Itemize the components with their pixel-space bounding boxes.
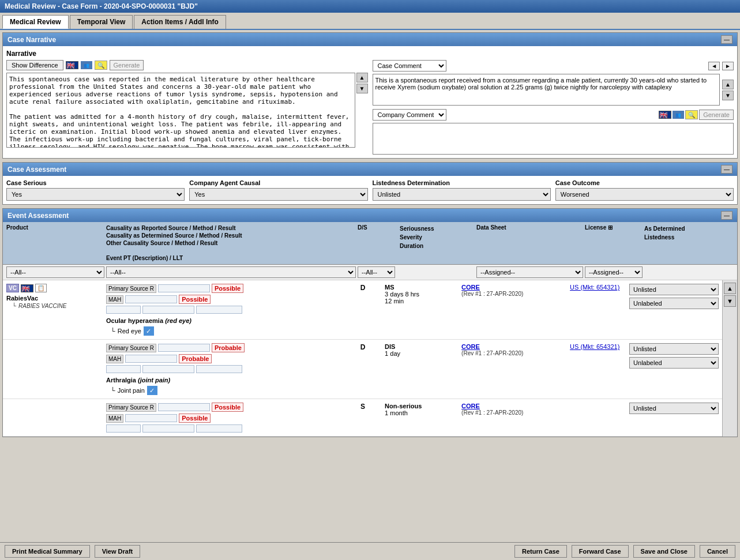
listedness-cell-3: Unlisted Listed <box>629 403 719 433</box>
minimize-assessment-button[interactable]: — <box>721 165 733 174</box>
event-row-1: VC 🇬🇧 📋 RabiesVac └RABIES VACCINE Primar… <box>3 280 722 340</box>
tab-medical-review[interactable]: Medical Review <box>2 15 69 29</box>
causality-input-2-3b[interactable] <box>142 365 194 373</box>
listedness-select-main[interactable]: Unlisted Listed <box>373 188 551 201</box>
title-text: Medical Review - Case Form - 2020-04-SPO… <box>5 2 198 10</box>
copy-icon-1[interactable]: 📋 <box>35 284 47 292</box>
listedness-select-2[interactable]: Unlisted Listed <box>629 343 719 355</box>
filter-datasheet-select[interactable]: --Assigned-- <box>476 266 583 278</box>
company-agent-col: Company Agent Causal Yes No <box>189 179 367 201</box>
listedness-cell-1: Unlisted Listed Unlabeled Labeled <box>629 284 719 336</box>
nav-prev-button[interactable]: ◄ <box>708 62 720 70</box>
listedness-select-1[interactable]: Unlisted Listed <box>629 284 719 295</box>
causality-value-1-1: Possible <box>212 284 243 293</box>
narrative-text-left[interactable] <box>6 73 355 148</box>
case-serious-label: Case Serious <box>6 179 185 186</box>
filter-ds-select[interactable]: --All-- <box>358 266 395 278</box>
causality-input-1-1[interactable] <box>158 284 210 292</box>
causality-input-3-2[interactable] <box>125 414 177 422</box>
minimize-narrative-button[interactable]: — <box>721 35 733 44</box>
scroll-down-left[interactable]: ▼ <box>356 84 368 93</box>
scroll-up-right-1[interactable]: ▲ <box>722 80 734 89</box>
col-datasheet: Data Sheet <box>476 224 583 262</box>
product-cell-3 <box>6 403 104 433</box>
tab-action-items[interactable]: Action Items / Addl Info <box>134 15 226 29</box>
causality-input-2-3c[interactable] <box>196 365 242 373</box>
generate-button-right[interactable]: Generate <box>699 110 734 120</box>
license-cell-3 <box>570 403 628 433</box>
listedness-cell-2: Unlisted Listed Unlabeled Labeled <box>629 343 719 395</box>
col-causality: Causality as Reported Source / Method / … <box>106 224 356 262</box>
search-icon-left[interactable]: 🔍 <box>95 61 107 70</box>
tab-bar: Medical Review Temporal View Action Item… <box>0 13 740 30</box>
case-outcome-select[interactable]: Worsened Recovered Not recovered <box>555 188 734 201</box>
scroll-up-left[interactable]: ▲ <box>356 73 368 82</box>
case-outcome-col: Case Outcome Worsened Recovered Not reco… <box>555 179 734 201</box>
nav-arrows: ◄ ► <box>708 62 734 70</box>
causality-input-1-3c[interactable] <box>196 306 242 314</box>
core-link-3[interactable]: CORE <box>461 403 480 409</box>
filter-causality-cell: --All-- <box>106 266 356 278</box>
minimize-event-button[interactable]: — <box>721 211 733 220</box>
filter-license-select[interactable]: --Assigned-- <box>585 266 643 278</box>
narrative-row: Show Difference 🇬🇧 👥 🔍 Generate ▲ ▼ <box>6 60 734 155</box>
company-agent-select[interactable]: Yes No <box>189 188 367 201</box>
col-listedness: As Determined Listedness <box>644 224 734 262</box>
listedness-select-3[interactable]: Unlisted Listed <box>629 403 719 414</box>
causality-input-3-1[interactable] <box>158 403 210 411</box>
title-bar: Medical Review - Case Form - 2020-04-SPO… <box>0 0 740 13</box>
case-narrative-body: Narrative Show Difference 🇬🇧 👥 🔍 Generat… <box>3 46 737 158</box>
event-scroll-up[interactable]: ▲ <box>724 283 736 294</box>
event-scroll-down[interactable]: ▼ <box>724 295 736 307</box>
causality-cell-3: Primary Source R Possible MAH Possible <box>106 403 341 433</box>
people-icon-right[interactable]: 👥 <box>673 111 684 119</box>
case-narrative-title: Case Narrative <box>7 36 56 44</box>
llt-row-1: └ Red eye ✓ <box>106 326 341 336</box>
core-rev-2: (Rev #1 : 27-APR-2020) <box>461 350 568 356</box>
filter-listedness-cell <box>644 266 734 278</box>
causality-input-1-3b[interactable] <box>142 306 194 314</box>
people-icon-left[interactable]: 👥 <box>81 61 92 69</box>
causality-input-2-3a[interactable] <box>106 365 141 373</box>
causality-input-3-3c[interactable] <box>196 424 242 433</box>
event-filter-row: --All-- --All-- --All-- --Assigned-- <box>3 265 737 280</box>
show-difference-button[interactable]: Show Difference <box>6 60 63 70</box>
search-icon-right[interactable]: 🔍 <box>685 110 698 119</box>
severity-duration-3: 1 month <box>385 409 460 416</box>
vc-badge-1: VC <box>6 284 19 292</box>
event-row-2: Primary Source R Probable MAH Probable <box>3 340 722 399</box>
right-dropdown-row-2: Company Comment Case Comment 🇬🇧 👥 🔍 Gene… <box>373 109 734 121</box>
license-link-2[interactable]: US (Mkt: 654321) <box>570 343 619 350</box>
unlabeled-select-1[interactable]: Unlabeled Labeled <box>629 298 719 309</box>
narrative-label: Narrative <box>6 50 734 58</box>
ds-cell-1: D <box>343 284 383 336</box>
causality-row-2-1: Primary Source R Probable <box>106 343 341 352</box>
severity-code-1: MS <box>385 284 460 291</box>
generate-button-left[interactable]: Generate <box>110 60 144 70</box>
causality-input-2-2[interactable] <box>125 355 177 363</box>
filter-product-select[interactable]: --All-- <box>6 266 104 278</box>
core-rev-3: (Rev #1 : 27-APR-2020) <box>461 409 568 416</box>
case-comment-dropdown[interactable]: Case Comment Company Comment <box>373 60 446 72</box>
license-link-1[interactable]: US (Mkt: 654321) <box>570 284 619 291</box>
right-toolbar-1: ◄ ► <box>706 62 734 70</box>
scroll-down-right-1[interactable]: ▼ <box>722 91 734 100</box>
causality-input-1-2[interactable] <box>125 295 177 303</box>
company-comment-text[interactable] <box>373 123 734 155</box>
check-icon-2: ✓ <box>147 386 157 395</box>
causality-input-2-1[interactable] <box>158 344 210 352</box>
company-comment-dropdown[interactable]: Company Comment Case Comment <box>373 109 446 121</box>
core-link-1[interactable]: CORE <box>461 284 480 291</box>
causality-input-3-3a[interactable] <box>106 424 141 433</box>
nav-next-button[interactable]: ► <box>722 62 734 70</box>
tab-temporal-view[interactable]: Temporal View <box>70 15 133 29</box>
case-assessment-title: Case Assessment <box>7 166 66 174</box>
filter-ds-cell: --All-- <box>358 266 398 278</box>
causality-input-1-3a[interactable] <box>106 306 141 314</box>
unlabeled-select-2[interactable]: Unlabeled Labeled <box>629 357 719 369</box>
case-serious-select[interactable]: Yes No <box>6 188 185 201</box>
causality-input-3-3b[interactable] <box>142 424 194 433</box>
product-cell-2 <box>6 343 104 395</box>
filter-causality-select[interactable]: --All-- <box>106 266 356 278</box>
core-link-2[interactable]: CORE <box>461 343 480 350</box>
